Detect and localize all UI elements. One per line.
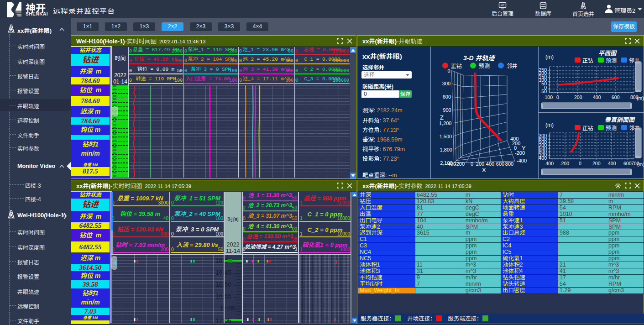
svg-text:-400: -400 <box>544 161 554 166</box>
svg-text:1,800: 1,800 <box>440 147 452 152</box>
svg-text:1,200: 1,200 <box>439 121 452 126</box>
svg-text:(m): (m) <box>637 95 644 101</box>
svg-text:600: 600 <box>443 94 451 100</box>
svg-text:400: 400 <box>593 94 601 100</box>
svg-text:400: 400 <box>608 161 616 166</box>
svg-text:600: 600 <box>612 94 620 100</box>
svg-text:600: 600 <box>496 161 504 167</box>
svg-text:X: X <box>482 167 486 173</box>
svg-text:900: 900 <box>443 107 451 113</box>
svg-text:0: 0 <box>471 161 473 167</box>
svg-text:-50: -50 <box>540 89 547 94</box>
svg-text:400: 400 <box>486 161 494 167</box>
svg-text:600: 600 <box>623 161 632 166</box>
svg-text:-400: -400 <box>517 158 527 163</box>
svg-text:200: 200 <box>592 161 601 166</box>
svg-text:300: 300 <box>442 81 450 86</box>
svg-text:0: 0 <box>579 161 581 166</box>
svg-text:200: 200 <box>574 94 582 100</box>
svg-text:Z: Z <box>440 114 444 121</box>
svg-text:1,500: 1,500 <box>440 134 452 139</box>
svg-text:-200: -200 <box>560 161 569 166</box>
svg-text:0: 0 <box>447 68 450 73</box>
svg-text:2400: 2400 <box>539 155 547 161</box>
svg-text:0: 0 <box>556 94 559 100</box>
svg-text:Y: Y <box>522 145 526 152</box>
svg-text:(m): (m) <box>637 162 644 167</box>
svg-text:-100: -100 <box>543 94 553 100</box>
svg-text:200: 200 <box>476 161 484 167</box>
svg-text:-200: -200 <box>455 161 465 167</box>
svg-text:800: 800 <box>505 161 513 167</box>
